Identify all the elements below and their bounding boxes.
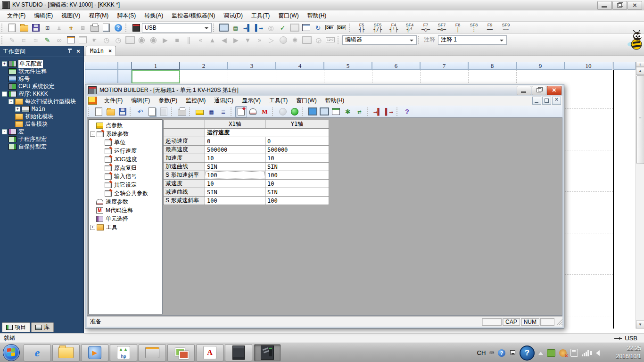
mb-unit-monitor-button[interactable] — [330, 106, 342, 117]
ladder-f7-coil-button[interactable]: F7─○─ — [418, 22, 434, 34]
menu-help[interactable]: 帮助(H) — [303, 10, 331, 21]
tree-item-device-comment[interactable]: 软元件注释 — [2, 67, 83, 75]
stop-button[interactable]: ■ — [171, 34, 183, 46]
editor-check-button[interactable]: ✓ — [277, 22, 289, 33]
mb-close-button[interactable] — [547, 86, 561, 95]
export-button[interactable]: ⇈ — [65, 22, 77, 33]
mb-child-minimize-button[interactable] — [532, 97, 541, 105]
cell-x[interactable]: SIN — [205, 163, 265, 171]
ladder-sf4-or-contact-closed-button[interactable]: SF4┤⁄╵ — [402, 22, 418, 34]
mb-restore-button[interactable] — [532, 86, 546, 95]
column-header-4[interactable]: 4 — [276, 62, 324, 70]
expand-toggle[interactable]: - — [90, 132, 95, 137]
workspace-close-icon[interactable]: × — [75, 48, 82, 55]
mb-help-button[interactable]: ? — [401, 106, 413, 117]
record1-button[interactable]: ◉ — [136, 34, 148, 46]
mb-gear-button[interactable]: ✱ — [342, 106, 354, 117]
menu-program[interactable]: 程序(M) — [84, 10, 113, 21]
ladder-f9-horizontal-button[interactable]: F9── — [482, 22, 498, 34]
tab-close-icon[interactable]: × — [108, 48, 112, 54]
mb-tree-unit[interactable]: 单位 — [89, 138, 162, 147]
mb-menu-monitor[interactable]: 监控(M) — [182, 95, 210, 106]
scroll-thumb[interactable] — [636, 75, 644, 164]
help-tray-icon[interactable]: ? — [520, 346, 535, 361]
mb-monitor-button[interactable] — [306, 106, 318, 117]
help-button[interactable]: ? — [112, 22, 124, 33]
action-center-icon[interactable] — [570, 349, 578, 357]
taskbar-motion-builder[interactable] — [254, 344, 281, 362]
taskbar-windows-explorer[interactable] — [52, 344, 80, 362]
column-header-10[interactable]: 10 — [564, 62, 612, 70]
mb-tree-system-param[interactable]: -系统参数 — [89, 130, 162, 138]
menu-edit[interactable]: 编辑(E) — [30, 10, 57, 21]
mb-open-button[interactable] — [105, 106, 116, 117]
mb-speed-param-button[interactable] — [247, 106, 259, 117]
menu-window[interactable]: 窗口(W) — [274, 10, 303, 21]
language-indicator[interactable]: CH — [477, 349, 486, 356]
mb-tree-point-param[interactable]: 点参数 — [89, 121, 162, 130]
mb-minimize-button[interactable] — [517, 86, 531, 95]
registration-monitor-button[interactable] — [300, 22, 312, 33]
mb-menu-window[interactable]: 窗口(W) — [292, 95, 321, 106]
expand-toggle[interactable]: - — [2, 91, 7, 97]
ladder-sf5-contact-closed-button[interactable]: SF5┤/├ — [370, 22, 386, 34]
cell-y[interactable]: 10 — [265, 154, 329, 163]
ladder-f5-contact-button[interactable]: F5┤├ — [354, 22, 370, 34]
mb-titlebar[interactable]: MOTION BUILDER - [无标题1 - 单元 1 KV-H20S 第1… — [87, 85, 562, 95]
scroll-up-button[interactable]: ▲ — [636, 67, 644, 75]
mb-print-button[interactable] — [176, 106, 188, 117]
tree-item-main[interactable]: +Main — [2, 105, 83, 113]
column-header-2[interactable]: 2 — [180, 62, 228, 70]
mb-point-param-button[interactable] — [194, 106, 206, 117]
plc-read-button[interactable]: ▌→ — [253, 22, 265, 33]
tree-item-standby-module[interactable]: 后备模块 — [2, 120, 83, 128]
script-edit-button[interactable]: ✎ — [41, 34, 53, 46]
mb-offline-button[interactable] — [277, 106, 289, 117]
column-header-1[interactable]: 1 — [132, 62, 180, 70]
device-list2-button[interactable]: ≕ — [30, 34, 41, 46]
new-file-button[interactable] — [6, 22, 18, 33]
mb-write-unit-button[interactable]: →▌ — [372, 106, 383, 117]
clock[interactable]: 22:25 2016/10/1 — [616, 345, 641, 361]
expand-toggle[interactable]: - — [2, 129, 7, 134]
taskbar-media-player[interactable]: ▶ — [81, 344, 108, 362]
taskbar-kv-studio[interactable] — [225, 344, 252, 362]
column-header-7[interactable]: 7 — [420, 62, 468, 70]
taskbar-photo-viewer[interactable] — [167, 344, 195, 362]
device-monitor2-button[interactable]: DEV — [336, 22, 347, 33]
show-hidden-icons[interactable] — [538, 349, 543, 355]
mb-new-button[interactable] — [93, 106, 105, 117]
mb-tree-tools[interactable]: +工具 — [89, 223, 162, 231]
menu-convert[interactable]: 转换(A) — [140, 10, 167, 21]
mb-menu-file[interactable]: 文件(F) — [100, 95, 127, 106]
print-preview-button[interactable] — [100, 22, 112, 33]
tab-project[interactable]: 项目 — [2, 322, 30, 332]
expand-toggle[interactable]: - — [8, 99, 14, 104]
mb-tree-jog-speed[interactable]: JOG速度 — [89, 155, 162, 164]
menu-monitor-simulator[interactable]: 监控器/模拟器(N) — [167, 10, 219, 21]
delete-module-button[interactable]: ⊠ — [77, 22, 89, 33]
step-up-button[interactable]: ▲ — [206, 34, 218, 46]
monitor-mode-button[interactable] — [124, 34, 136, 46]
tree-item-init-module[interactable]: 初始化模块 — [2, 113, 83, 120]
ime-help-icon[interactable]: ? — [498, 349, 505, 357]
mb-menu-help[interactable]: 帮助(H) — [321, 95, 349, 106]
nvidia-tray-icon[interactable] — [547, 349, 555, 357]
column-header-9[interactable]: 9 — [516, 62, 564, 70]
run-to-button[interactable]: ▷ — [265, 34, 277, 46]
play-button[interactable]: ▶ — [159, 34, 171, 46]
keyboard-icon[interactable]: ⌨ — [489, 348, 494, 357]
mb-list-button[interactable]: ≡ — [217, 106, 229, 117]
taskbar-photo-app[interactable] — [139, 344, 166, 362]
step-back-button[interactable]: ◀ — [218, 34, 230, 46]
mb-undo-button[interactable]: ↶ — [134, 106, 146, 117]
taskbar-adobe-reader[interactable]: A — [196, 344, 223, 362]
mb-child-restore-button[interactable] — [542, 97, 551, 105]
save-as-button[interactable]: ⊞ — [41, 22, 53, 33]
selected-cell-x[interactable]: 100 — [205, 171, 265, 180]
mb-online-button[interactable] — [289, 106, 300, 117]
mb-copy-button[interactable] — [146, 106, 158, 117]
mb-tree-input-signal[interactable]: 输入信号 — [89, 172, 162, 181]
column-x1-axis[interactable]: X1轴 — [205, 120, 265, 129]
column-header-5[interactable]: 5 — [324, 62, 372, 70]
